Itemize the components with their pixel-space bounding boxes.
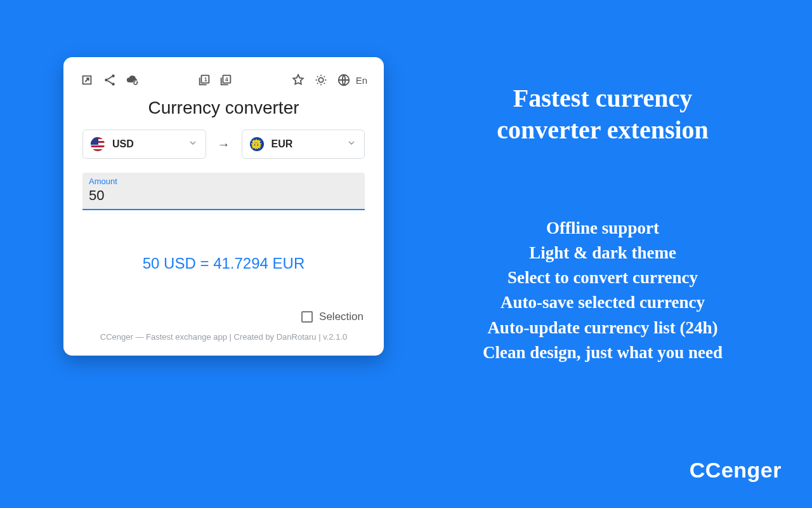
chevron-down-icon (188, 138, 198, 150)
chevron-down-icon (346, 138, 357, 150)
theme-icon[interactable] (314, 73, 328, 87)
swap-arrow-icon[interactable]: → (215, 137, 233, 152)
layout-one-icon[interactable]: 1 (197, 73, 211, 87)
brand-logo: CCenger (690, 458, 782, 483)
from-currency-code: USD (112, 138, 134, 150)
feature-item: Auto-update currency list (24h) (406, 316, 799, 340)
globe-icon[interactable] (337, 73, 351, 87)
star-icon[interactable] (291, 73, 305, 87)
converter-card: 1 4 En Currency converter USD (63, 57, 384, 356)
eu-flag-icon (250, 137, 264, 151)
to-currency-code: EUR (272, 138, 293, 150)
svg-text:4: 4 (225, 77, 228, 83)
feature-item: Offline support (406, 216, 799, 241)
feature-item: Select to convert currency (406, 265, 799, 290)
amount-input[interactable] (89, 186, 358, 206)
selection-label: Selection (319, 311, 363, 323)
feature-list: Offline support Light & dark theme Selec… (406, 216, 799, 365)
open-external-icon[interactable] (80, 73, 94, 87)
promo-headline: Fastest currency converter extension (431, 83, 774, 146)
headline-line: converter extension (497, 116, 709, 144)
share-icon[interactable] (103, 73, 117, 87)
cloud-sync-icon[interactable] (126, 73, 140, 87)
currency-row: USD → EUR (80, 130, 367, 159)
feature-item: Auto-save selected currency (406, 290, 799, 315)
checkbox-icon[interactable] (301, 311, 313, 323)
card-title: Currency converter (80, 98, 367, 118)
layout-four-icon[interactable]: 4 (219, 73, 233, 87)
headline-line: Fastest currency (513, 84, 693, 112)
feature-item: Clean design, just what you need (406, 340, 799, 365)
from-currency-select[interactable]: USD (82, 130, 206, 159)
amount-label: Amount (89, 177, 358, 186)
amount-field[interactable]: Amount (82, 173, 365, 210)
conversion-result: 50 USD = 41.7294 EUR (80, 255, 367, 272)
language-label[interactable]: En (356, 75, 367, 86)
to-currency-select[interactable]: EUR (242, 130, 365, 159)
card-footer: CCenger — Fastest exchange app | Created… (80, 332, 367, 347)
us-flag-icon (91, 137, 105, 151)
feature-item: Light & dark theme (406, 241, 799, 265)
selection-toggle[interactable]: Selection (80, 311, 367, 323)
svg-text:1: 1 (204, 77, 207, 83)
toolbar: 1 4 En (80, 71, 367, 89)
svg-point-8 (318, 77, 323, 82)
